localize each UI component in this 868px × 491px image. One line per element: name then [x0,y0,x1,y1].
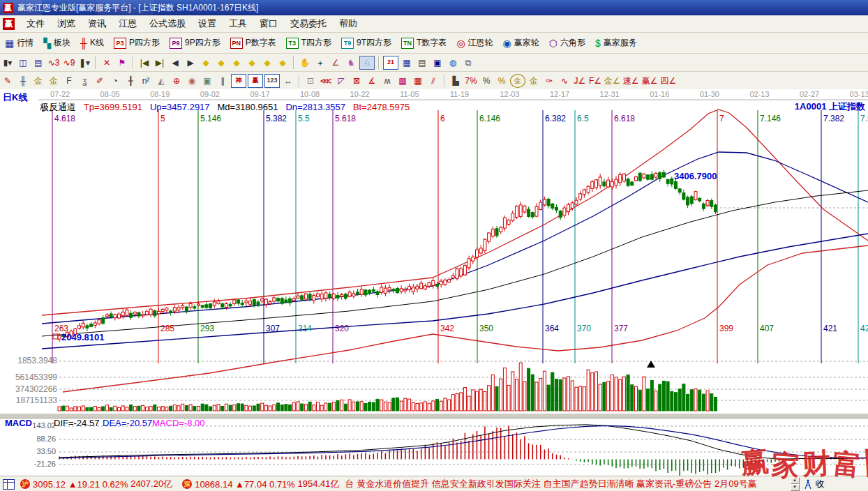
volume-bar [428,403,431,411]
volume-bar [666,382,669,411]
candle [193,307,196,308]
candle [451,276,454,278]
candle [412,287,414,292]
volume-bar [289,405,292,411]
volume-bar [241,404,244,411]
candle [348,292,351,296]
volume-bar [662,381,665,411]
date-tick: 12-03 [500,91,519,98]
quote-grid-icon[interactable] [3,479,15,490]
news-ticker[interactable]: 台 黄金水道价值提升 信息安全新政引发国际关注 自主国产趋势日渐清晰 赢家资讯-… [345,478,789,490]
candle [404,289,407,291]
date-tick: 10-22 [350,91,370,98]
candle [189,304,192,308]
volume-bar [424,402,426,411]
candle [436,285,439,287]
volume-bar [372,402,375,411]
candle [479,248,482,253]
candle [555,207,558,210]
volume-bar [412,402,414,411]
candle [488,233,491,241]
volume-bar [591,373,594,411]
candle [662,172,665,177]
sz-pct: 0.71% [269,479,295,490]
candle [460,269,463,276]
candle [372,289,375,292]
candle [392,289,395,291]
volume-bar [269,406,271,411]
candle [336,295,339,298]
gann-count-label: 377 [614,324,628,333]
candle [539,202,542,210]
date-tick: 12-17 [550,91,569,98]
gann-ratio-label: 6 [440,114,445,123]
volume-bar [329,403,331,411]
candle [280,299,283,303]
gann-ratio-label: 6.382 [545,114,566,123]
volume-bar [507,385,510,411]
volume-bar [177,406,180,411]
candle [635,177,638,181]
volume-bar [690,390,693,411]
candle [467,259,470,268]
candle [523,206,526,211]
volume-bar [491,375,494,411]
volume-bar [527,368,530,411]
candle [177,308,180,310]
gann-ratio-label: 5.146 [200,114,221,123]
volume-bar [503,368,506,411]
indicator-md: Md=3180.9651 [217,102,278,112]
candle [301,296,304,300]
volume-bar [344,404,347,411]
volume-bar [86,407,89,411]
gann-ratio-label: 6.618 [614,114,635,123]
volume-bar [360,402,363,411]
volume-bar [185,406,188,411]
candle [448,280,451,282]
volume-bar [599,384,601,411]
candle [611,181,613,186]
channel-lines [42,109,868,392]
symbol-label: 1A0001 上证指数 [795,102,865,111]
volume-bar [264,405,267,411]
volume-bar [710,394,713,411]
volume-bar [158,407,160,411]
sh-index: 3095.12 [33,479,66,490]
volume-bar [130,405,133,411]
volume-bar [352,402,355,411]
candle [209,304,212,308]
volume-bar [70,408,73,411]
candle [527,209,530,216]
volume-bar [237,404,240,411]
volume-bar [285,405,287,411]
volume-bar [253,406,255,411]
volume-bar [245,405,248,411]
candle [154,310,156,315]
candle [587,186,590,192]
date-tick: 01-16 [650,91,669,98]
candle [165,308,168,310]
candle [142,315,144,316]
sz-change: ▲77.04 [235,479,267,490]
volume-bar [583,387,585,411]
candle [229,304,232,305]
candle [110,314,112,317]
gann-ratio-label: 5.382 [266,114,287,123]
gann-ratio-label: 5.618 [335,114,356,123]
candle [638,173,641,181]
macd-scale-label: 33.50 [0,448,56,455]
volume-bar [137,406,140,411]
volume-bar [292,402,295,411]
volume-bar [313,405,315,411]
candle [472,257,474,261]
gann-ratio-label: 4.618 [54,114,75,123]
candle [428,282,431,286]
volume-bar [635,386,638,411]
volume-bar [229,405,232,411]
macd-macd-value: MACD=-8.00 [152,418,205,428]
candle [659,173,661,179]
volume-bar [694,389,697,411]
candle [93,323,96,325]
volume-bar [404,398,407,411]
candle [519,205,522,216]
